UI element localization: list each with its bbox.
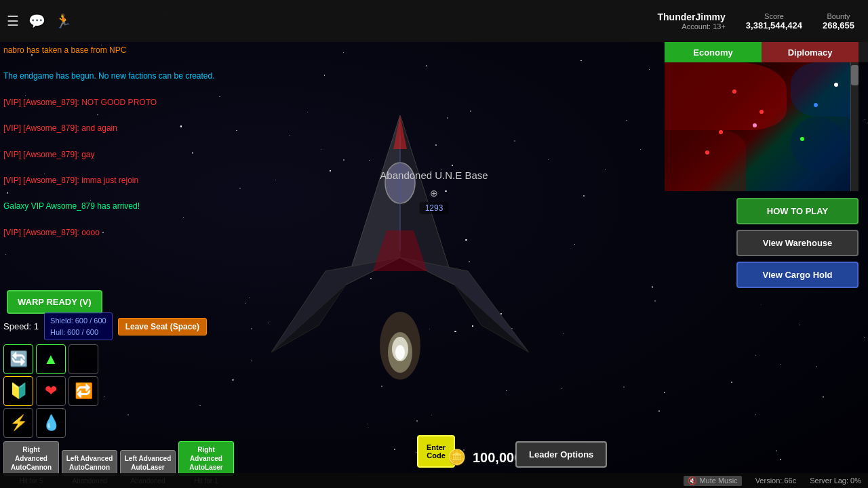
map-dot: [753, 123, 757, 127]
top-bar: ☰ 💬 🏃 ThunderJimmy Account: 13+ Score 3,…: [0, 0, 868, 42]
coin-icon: 🪙: [448, 449, 466, 466]
map-dot: [705, 150, 709, 155]
weapon-button-2[interactable]: Left AdvancedAutoCannon: [62, 450, 117, 476]
ability-icon-8[interactable]: 💧: [36, 408, 66, 438]
score-block: Score 3,381,544,424: [746, 12, 802, 30]
player-account: Account: 13+: [658, 22, 726, 30]
minimap: [665, 62, 859, 191]
svg-point-13: [395, 345, 405, 360]
svg-marker-7: [454, 285, 529, 352]
chat-line: Galaxy VIP Awsome_879 has arrived!: [3, 200, 215, 213]
player-info: ThunderJimmy Account: 13+: [658, 12, 726, 30]
ability-icon-4[interactable]: 🔰: [3, 376, 33, 406]
chat-line: [VIP] [Awsome_879]: imma just rejoin: [3, 174, 215, 187]
chat-icon[interactable]: 💬: [28, 13, 45, 29]
weapon-button-4[interactable]: Right AdvancedAutoLaser: [178, 441, 234, 476]
target-health: 1293: [420, 202, 449, 214]
chat-line: [VIP] [Awsome_879]: gay: [3, 148, 215, 161]
chat-panel: nabro has taken a base from NPC The endg…: [3, 44, 215, 239]
ability-icon-6[interactable]: 🔁: [68, 376, 98, 406]
shield-hull-display: Shield: 600 / 600 Hull: 600 / 600: [44, 312, 113, 340]
map-dot: [834, 83, 838, 87]
ability-row-3: ⚡ 💧: [3, 408, 234, 438]
right-buttons: HOW TO PLAY View Warehouse View Cargo Ho…: [665, 191, 868, 295]
bounty-value: 268,655: [823, 20, 854, 30]
mute-music-button[interactable]: 🔇 Mute Music: [684, 476, 741, 486]
ability-row-1: 🔄 ▲ ↔: [3, 344, 234, 374]
minimap-scrollbar[interactable]: [850, 62, 859, 191]
target-name: Abandoned U.N.E Base: [380, 169, 488, 181]
minimap-scrollbar-thumb[interactable]: [851, 65, 859, 85]
map-tabs: Economy Diplomacy: [665, 42, 868, 62]
chat-line: [VIP] [Awsome_879]: oooo: [3, 226, 215, 239]
score-label: Score: [746, 12, 802, 20]
character-icon[interactable]: 🏃: [55, 13, 72, 29]
map-dot: [719, 130, 723, 134]
credits-display: 100,000: [473, 450, 521, 466]
how-to-play-button[interactable]: HOW TO PLAY: [736, 198, 859, 224]
player-name: ThunderJimmy: [658, 12, 726, 22]
status-bar: 🔇 Mute Music Version:.66c Server Lag: 0%: [0, 473, 868, 488]
svg-marker-5: [271, 285, 346, 352]
ability-icon-3[interactable]: ↔: [68, 344, 98, 374]
chat-line: [VIP] [Awsome_879]: NOT GOOD PROTO: [3, 96, 215, 109]
ship-svg: [258, 95, 542, 380]
version-display: Version:.66c: [755, 476, 797, 485]
ability-icon-2[interactable]: ▲: [36, 344, 66, 374]
view-cargo-hold-button[interactable]: View Cargo Hold: [736, 262, 859, 288]
top-bar-left: ☰ 💬 🏃: [7, 13, 72, 29]
leave-seat-button[interactable]: Leave Seat (Space): [118, 318, 207, 336]
leader-options-button[interactable]: Leader Options: [515, 441, 607, 468]
bottom-left-hud: Speed: 1 Shield: 600 / 600 Hull: 600 / 6…: [0, 312, 234, 488]
ability-icon-1[interactable]: 🔄: [3, 344, 33, 374]
map-dot: [800, 137, 804, 141]
menu-icon[interactable]: ☰: [7, 13, 19, 29]
ability-icon-5[interactable]: ❤: [36, 376, 66, 406]
speed-shield-row: Speed: 1 Shield: 600 / 600 Hull: 600 / 6…: [3, 312, 234, 340]
ability-icon-7[interactable]: ⚡: [3, 408, 33, 438]
map-dot: [814, 103, 818, 107]
server-lag-display: Server Lag: 0%: [810, 476, 861, 485]
bounty-label: Bounty: [823, 12, 854, 20]
weapon-button-3[interactable]: Left AdvancedAutoLaser: [120, 450, 176, 476]
map-dot: [760, 110, 764, 114]
top-bar-right: ThunderJimmy Account: 13+ Score 3,381,54…: [658, 12, 862, 30]
view-warehouse-button[interactable]: View Warehouse: [736, 230, 859, 256]
speed-display: Speed: 1: [3, 321, 39, 331]
ability-row-2: 🔰 ❤ 🔁: [3, 376, 234, 406]
right-panel: Economy Diplomacy HOW TO PLAY View Wareh…: [665, 42, 868, 295]
tab-diplomacy[interactable]: Diplomacy: [762, 42, 859, 62]
score-value: 3,381,544,424: [746, 20, 802, 30]
chat-line: [VIP] [Awsome_879]: and again: [3, 122, 215, 135]
weapon-button-1[interactable]: Right AdvancedAutoCannon: [3, 441, 59, 476]
bounty-block: Bounty 268,655: [823, 12, 854, 30]
crosshair: ⊕: [430, 188, 438, 199]
tab-economy[interactable]: Economy: [665, 42, 762, 62]
chat-line: The endgame has begun. No new factions c…: [3, 70, 215, 83]
map-dot: [732, 89, 736, 94]
chat-line: nabro has taken a base from NPC: [3, 44, 215, 57]
warp-button[interactable]: WARP READY (V): [7, 290, 102, 314]
